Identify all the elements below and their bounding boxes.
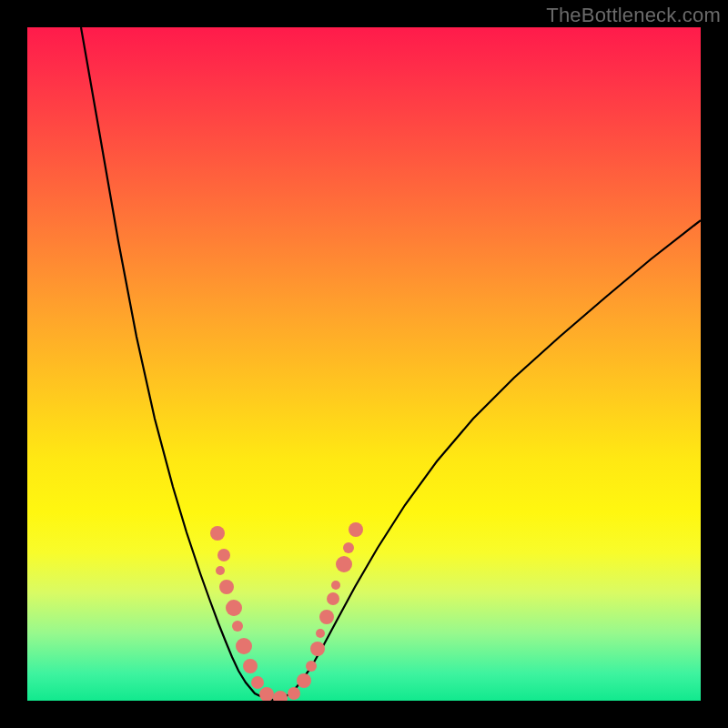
data-marker <box>319 610 334 624</box>
data-marker <box>216 566 225 575</box>
plot-area <box>27 27 701 701</box>
data-marker <box>343 542 354 553</box>
data-marker <box>232 621 243 632</box>
data-marker <box>327 592 339 605</box>
data-marker <box>217 549 230 561</box>
data-marker <box>259 687 274 701</box>
data-marker <box>310 642 325 656</box>
data-marker <box>336 556 352 572</box>
data-marker <box>331 581 340 590</box>
data-marker <box>236 638 252 654</box>
data-marker <box>219 580 234 594</box>
data-marker <box>251 676 264 689</box>
data-marker <box>288 687 300 700</box>
bottleneck-curve <box>81 27 701 700</box>
watermark-text: TheBottleneck.com <box>546 4 721 27</box>
data-marker <box>243 659 258 673</box>
marker-group <box>210 522 363 701</box>
data-marker <box>349 522 363 537</box>
data-marker <box>297 673 311 688</box>
chart-svg <box>27 27 701 701</box>
data-marker <box>273 691 288 701</box>
data-marker <box>210 526 225 541</box>
data-marker <box>226 600 242 616</box>
data-marker <box>316 629 325 638</box>
data-marker <box>306 661 317 672</box>
